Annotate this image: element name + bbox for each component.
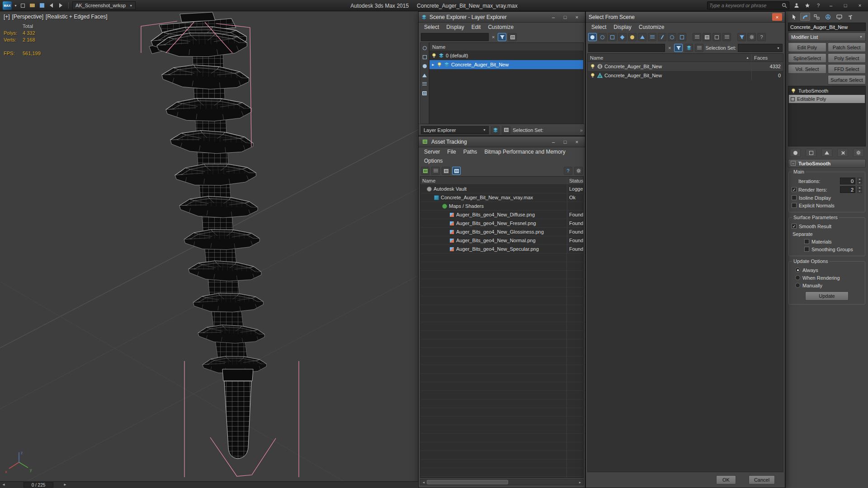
display-spacewarps-icon[interactable] xyxy=(658,33,666,41)
close-button[interactable]: × xyxy=(571,13,582,21)
name-column-header[interactable]: Name xyxy=(429,43,583,51)
show-end-result-icon[interactable] xyxy=(806,149,816,157)
layer-row-selected[interactable]: ► Concrete_Auger_Bit_New xyxy=(429,60,583,69)
configure-modifier-sets-icon[interactable] xyxy=(853,149,864,157)
workspace-selector[interactable]: AK_Screenshot_wrksp ▼ xyxy=(72,1,136,9)
asset-tracking-titlebar[interactable]: Asset Tracking – □ × xyxy=(419,136,585,147)
vol-select-button[interactable]: Vol. Select xyxy=(788,64,826,74)
details-view-icon[interactable] xyxy=(431,167,440,175)
asset-row[interactable]: Maps / Shaders xyxy=(420,202,583,211)
materials-checkbox[interactable] xyxy=(804,239,809,244)
help-icon[interactable]: ? xyxy=(757,33,766,41)
configure-columns-icon[interactable] xyxy=(747,33,756,41)
visibility-bulb-icon[interactable] xyxy=(431,53,437,58)
display-all-icon[interactable] xyxy=(588,33,597,41)
display-lights-icon[interactable] xyxy=(628,33,637,41)
display-none-icon[interactable] xyxy=(598,33,607,41)
visibility-bulb-icon[interactable] xyxy=(437,62,442,67)
perspective-viewport[interactable]: x y z [+] [Perspective] [Realistic + Edg… xyxy=(0,11,418,481)
name-column-header[interactable]: Name xyxy=(420,177,567,184)
settings-icon[interactable] xyxy=(574,167,583,175)
ffd-select-button[interactable]: FFD Select xyxy=(828,64,866,74)
asset-row[interactable]: Auger_Bits_geo4_New_Diffuse.png Found xyxy=(420,211,583,219)
display-bones-icon[interactable] xyxy=(668,33,676,41)
when-rendering-radio[interactable] xyxy=(795,275,800,280)
minimize-button[interactable]: – xyxy=(548,138,559,145)
scroll-track[interactable] xyxy=(427,479,577,485)
table-view-icon[interactable] xyxy=(452,167,461,175)
menu-customize[interactable]: Customize xyxy=(635,23,668,31)
iterations-spinner[interactable]: ▲▼ xyxy=(857,178,862,184)
menu-select[interactable]: Select xyxy=(588,23,610,31)
collapse-icon[interactable]: − xyxy=(791,161,796,166)
menu-options[interactable]: Options xyxy=(420,157,446,165)
undo-icon[interactable] xyxy=(48,2,55,9)
filter-cameras-icon[interactable] xyxy=(421,72,428,79)
layer-list-empty-area[interactable] xyxy=(429,69,583,123)
app-menu-arrow-icon[interactable]: ▼ xyxy=(14,4,17,7)
spline-select-button[interactable]: SplineSelect xyxy=(788,53,826,63)
select-from-scene-titlebar[interactable]: Select From Scene × xyxy=(586,12,785,23)
thumbnail-view-icon[interactable] xyxy=(442,167,450,175)
minimize-button[interactable]: – xyxy=(826,2,836,9)
scroll-left-icon[interactable]: ◄ xyxy=(420,481,427,484)
tab-motion[interactable] xyxy=(823,13,833,21)
help-icon[interactable]: ? xyxy=(815,2,822,9)
display-groups-icon[interactable] xyxy=(678,33,686,41)
edit-poly-button[interactable]: Edit Poly xyxy=(788,42,826,52)
open-file-icon[interactable] xyxy=(29,2,36,9)
render-iters-checkbox[interactable]: ✓ xyxy=(792,187,797,192)
visibility-bulb-icon[interactable] xyxy=(590,64,595,69)
filter-geometry-icon[interactable] xyxy=(421,54,428,61)
layer-row[interactable]: 0 (default) xyxy=(429,51,583,60)
menu-edit[interactable]: Edit xyxy=(468,23,485,31)
app-logo[interactable]: MAX xyxy=(3,1,12,10)
clear-search-icon[interactable]: × xyxy=(491,34,496,40)
asset-row[interactable]: Auger_Bits_geo4_New_Glossiness.png Found xyxy=(420,228,583,236)
redo-icon[interactable] xyxy=(57,2,65,9)
modifier-stack-item-selected[interactable]: Editable Poly xyxy=(789,95,865,103)
tree-view-icon[interactable] xyxy=(712,33,721,41)
clear-search-icon[interactable]: × xyxy=(667,45,672,51)
cancel-button[interactable]: Cancel xyxy=(749,475,775,484)
scroll-thumb[interactable] xyxy=(427,480,508,484)
viewport-canvas[interactable]: x y z xyxy=(0,11,418,481)
menu-paths[interactable]: Paths xyxy=(460,148,481,156)
name-column-header[interactable]: Name ▲ xyxy=(588,54,751,61)
new-scene-icon[interactable] xyxy=(19,2,27,9)
menu-customize[interactable]: Customize xyxy=(484,23,517,31)
scene-explorer-titlebar[interactable]: Scene Explorer - Layer Explorer – □ × xyxy=(419,12,585,23)
overflow-chevrons-icon[interactable]: » xyxy=(580,127,583,133)
modifier-list-dropdown[interactable]: Modifier List ▼ xyxy=(788,33,866,41)
column-view-icon[interactable] xyxy=(703,33,711,41)
close-button[interactable]: × xyxy=(854,2,865,9)
filter-funnel-icon[interactable] xyxy=(737,33,746,41)
asset-table-empty-rows[interactable] xyxy=(420,253,583,478)
modifier-enabled-bulb-icon[interactable] xyxy=(791,88,796,94)
infocenter-search[interactable] xyxy=(707,1,789,9)
selection-set-selector[interactable]: ▼ xyxy=(738,44,783,52)
make-unique-icon[interactable] xyxy=(821,149,832,157)
object-list-empty-area[interactable] xyxy=(588,80,783,472)
frame-indicator[interactable]: 0 / 225 xyxy=(24,482,53,488)
menu-server[interactable]: Server xyxy=(420,148,443,156)
object-name-field[interactable] xyxy=(788,23,866,31)
smooth-result-checkbox[interactable]: ✓ xyxy=(792,224,797,229)
asset-row[interactable]: Concrete_Auger_Bit_New_max_vray.max Ok xyxy=(420,193,583,202)
display-cameras-icon[interactable] xyxy=(638,33,646,41)
layer-mode-icon[interactable] xyxy=(491,126,500,134)
patch-select-button[interactable]: Patch Select xyxy=(828,42,866,52)
tab-display[interactable] xyxy=(834,13,844,21)
status-column-header[interactable]: Status xyxy=(567,177,583,184)
visibility-bulb-icon[interactable] xyxy=(590,73,595,78)
filter-lights-icon[interactable] xyxy=(421,63,428,70)
always-radio[interactable] xyxy=(795,267,800,272)
filter-helpers-icon[interactable] xyxy=(421,81,428,88)
display-geometry-icon[interactable] xyxy=(608,33,617,41)
horizontal-scrollbar[interactable]: ◄ ► xyxy=(420,479,584,485)
search-icon[interactable] xyxy=(782,3,787,8)
tab-modify[interactable] xyxy=(800,13,810,21)
iterations-field[interactable]: 0 xyxy=(840,178,855,184)
previous-frame-icon[interactable]: ◄ xyxy=(2,483,5,487)
expand-icon[interactable]: ► xyxy=(431,63,435,67)
